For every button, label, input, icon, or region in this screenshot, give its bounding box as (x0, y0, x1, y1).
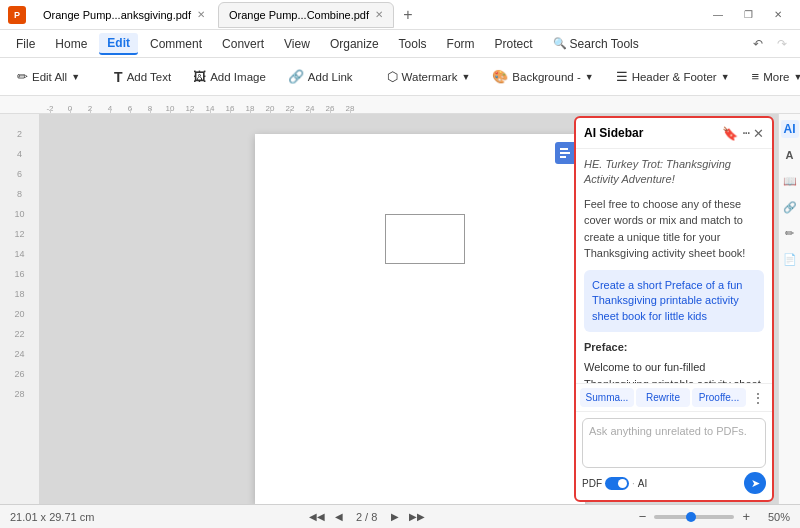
prev-page-button[interactable]: ◀ (330, 508, 348, 526)
undo-button[interactable]: ↶ (748, 34, 768, 54)
header-footer-label: Header & Footer (632, 71, 717, 83)
pdf-label: PDF (582, 478, 602, 489)
close-window-button[interactable]: ✕ (764, 5, 792, 25)
svg-rect-0 (560, 148, 568, 150)
ruler-num: 22 (0, 324, 39, 344)
watermark-button[interactable]: ⬡ Watermark ▼ (378, 64, 480, 89)
bookmark-panel-icon[interactable]: 📖 (781, 172, 799, 190)
last-page-button[interactable]: ▶▶ (408, 508, 426, 526)
background-icon: 🎨 (492, 69, 508, 84)
ai-sidebar-title: AI Sidebar (584, 126, 718, 140)
ai-send-button[interactable]: ➤ (744, 472, 766, 494)
ai-sidebar: AI Sidebar 🔖 ··· ✕ HE. Turkey Trot: Than… (574, 116, 774, 502)
first-page-button[interactable]: ◀◀ (308, 508, 326, 526)
tab-2[interactable]: Orange Pump...Combine.pdf ✕ (218, 2, 394, 28)
add-link-button[interactable]: 🔗 Add Link (279, 64, 362, 89)
ai-input-area: Ask anything unrelated to PDFs. PDF · AI… (576, 411, 772, 500)
ai-bookmark-icon[interactable]: 🔖 (722, 126, 738, 141)
ruler-mark: 6 (120, 104, 140, 113)
menu-protect[interactable]: Protect (487, 34, 541, 54)
ruler-mark: 2 (80, 104, 100, 113)
ai-panel-icon[interactable]: AI (781, 120, 799, 138)
main-area: 2 4 6 8 10 12 14 16 18 20 22 24 26 28 (0, 114, 800, 504)
edit-all-button[interactable]: ✏ Edit All ▼ (8, 64, 89, 89)
title-bar: P Orange Pump...anksgiving.pdf ✕ Orange … (0, 0, 800, 30)
ruler-num: 6 (0, 164, 39, 184)
ai-pdf-toggle[interactable]: PDF · AI (582, 477, 647, 490)
toolbar: ✏ Edit All ▼ T Add Text 🖼 Add Image 🔗 Ad… (0, 58, 800, 96)
add-text-button[interactable]: T Add Text (105, 64, 180, 90)
menu-form[interactable]: Form (439, 34, 483, 54)
menu-file[interactable]: File (8, 34, 43, 54)
menu-convert[interactable]: Convert (214, 34, 272, 54)
status-bar: 21.01 x 29.71 cm ◀◀ ◀ 2 / 8 ▶ ▶▶ − + 50% (0, 504, 800, 528)
zoom-in-button[interactable]: + (742, 509, 750, 524)
pen-icon[interactable]: ✏ (781, 224, 799, 242)
ai-tab-more-icon[interactable]: ⋮ (748, 388, 768, 407)
window-controls: — ❐ ✕ (704, 5, 792, 25)
ai-prompt-text: Create a short Preface of a fun Thanksgi… (592, 279, 742, 322)
add-link-label: Add Link (308, 71, 353, 83)
text-icon: T (114, 69, 123, 85)
ai-send-icon: ➤ (751, 477, 760, 490)
new-tab-button[interactable]: + (396, 3, 420, 27)
tab-2-close[interactable]: ✕ (375, 9, 383, 20)
more-dropdown[interactable]: ▼ (793, 72, 800, 82)
ruler-num: 2 (0, 124, 39, 144)
ruler-num: 4 (0, 144, 39, 164)
add-image-button[interactable]: 🖼 Add Image (184, 64, 275, 89)
menu-tools[interactable]: Tools (391, 34, 435, 54)
ai-tab-summarize[interactable]: Summa... (580, 388, 634, 407)
next-page-button[interactable]: ▶ (386, 508, 404, 526)
ai-tab-rewrite[interactable]: Rewrite (636, 388, 690, 407)
more-button[interactable]: ≡ More ▼ (743, 64, 800, 89)
pdf-toggle-switch[interactable] (605, 477, 629, 490)
background-dropdown[interactable]: ▼ (585, 72, 594, 82)
ai-prompt-box: Create a short Preface of a fun Thanksgi… (584, 270, 764, 332)
ruler-num: 18 (0, 284, 39, 304)
ruler-mark: 14 (200, 104, 220, 113)
tab-1-close[interactable]: ✕ (197, 9, 205, 20)
menu-edit[interactable]: Edit (99, 33, 138, 55)
header-footer-dropdown[interactable]: ▼ (721, 72, 730, 82)
menu-search-tools[interactable]: 🔍 Search Tools (545, 34, 647, 54)
link-panel-icon[interactable]: 🔗 (781, 198, 799, 216)
ai-close-icon[interactable]: ✕ (753, 126, 764, 141)
ai-tab-proofread[interactable]: Prooffe... (692, 388, 746, 407)
menu-view[interactable]: View (276, 34, 318, 54)
maximize-button[interactable]: ❐ (734, 5, 762, 25)
menu-home[interactable]: Home (47, 34, 95, 54)
annotation-icon[interactable]: A (781, 146, 799, 164)
zoom-out-button[interactable]: − (639, 509, 647, 524)
page-panel-icon[interactable]: 📄 (781, 250, 799, 268)
page-info: 2 / 8 (352, 511, 382, 523)
zoom-slider[interactable] (654, 515, 734, 519)
zoom-level: 50% (758, 511, 790, 523)
ruler-num: 8 (0, 184, 39, 204)
menu-comment[interactable]: Comment (142, 34, 210, 54)
watermark-icon: ⬡ (387, 69, 398, 84)
text-box[interactable] (385, 214, 465, 264)
ruler-mark: 12 (180, 104, 200, 113)
edit-all-dropdown[interactable]: ▼ (71, 72, 80, 82)
minimize-button[interactable]: — (704, 5, 732, 25)
ruler-num: 12 (0, 224, 39, 244)
header-footer-button[interactable]: ☰ Header & Footer ▼ (607, 64, 739, 89)
background-button[interactable]: 🎨 Background - ▼ (483, 64, 602, 89)
menu-organize[interactable]: Organize (322, 34, 387, 54)
redo-button[interactable]: ↷ (772, 34, 792, 54)
ai-options-icon[interactable]: ··· (742, 124, 749, 142)
ruler-mark: 10 (160, 104, 180, 113)
ruler-mark: 24 (300, 104, 320, 113)
page-dimensions: 21.01 x 29.71 cm (10, 511, 94, 523)
more-label: More (763, 71, 789, 83)
background-label: Background - (512, 71, 580, 83)
watermark-dropdown[interactable]: ▼ (461, 72, 470, 82)
tab-1[interactable]: Orange Pump...anksgiving.pdf ✕ (32, 2, 216, 28)
ruler-mark: 0 (60, 104, 80, 113)
ruler-mark: -2 (40, 104, 60, 113)
tab-1-label: Orange Pump...anksgiving.pdf (43, 9, 191, 21)
ruler-mark: 18 (240, 104, 260, 113)
ai-input-box[interactable]: Ask anything unrelated to PDFs. (582, 418, 766, 468)
ruler-marks: -2 0 2 4 6 8 10 12 14 16 18 20 22 24 26 … (40, 104, 360, 113)
